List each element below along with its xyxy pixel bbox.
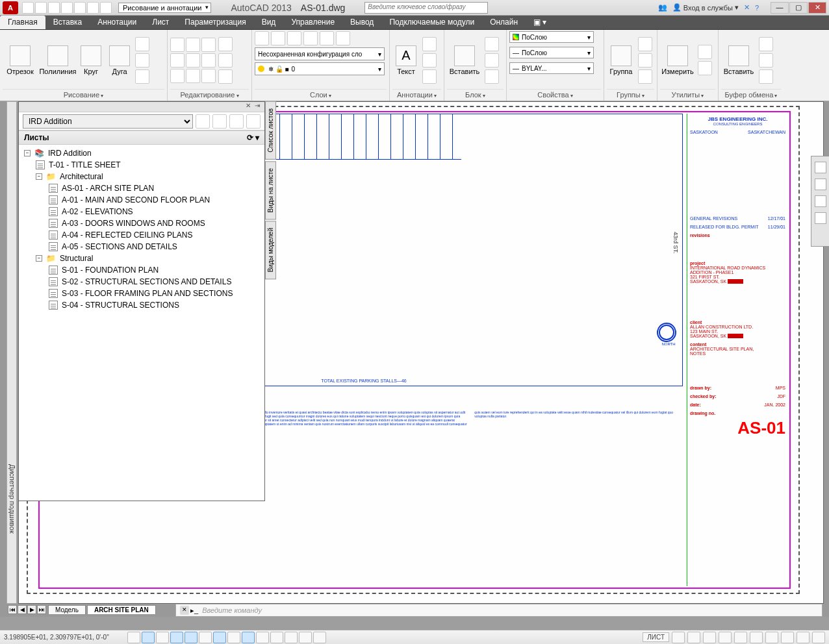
cut-icon[interactable] xyxy=(759,37,773,51)
sheet-a05[interactable]: A-05 - SECTIONS AND DETAILS xyxy=(23,241,261,253)
tab-home[interactable]: Главная xyxy=(0,16,45,29)
offset-icon[interactable] xyxy=(218,69,233,84)
erase-icon[interactable] xyxy=(218,37,233,51)
annoscale-icon[interactable] xyxy=(703,632,716,643)
layout-prev-icon[interactable]: ◀ xyxy=(18,605,27,614)
tab-annotate[interactable]: Аннотации xyxy=(90,16,144,29)
ssm-palette-title[interactable]: Диспетчер подшивок xyxy=(6,101,17,604)
ssm-close-icon[interactable]: ✕ xyxy=(244,102,253,112)
quickcalc-icon[interactable] xyxy=(698,61,712,75)
subset-structural[interactable]: −📁 Structural xyxy=(23,253,261,264)
qat-open-icon[interactable] xyxy=(35,2,47,14)
dyn-toggle[interactable] xyxy=(242,632,255,643)
layout-last-icon[interactable]: ⏭ xyxy=(37,605,46,614)
sheet-a02[interactable]: A-02 - ELEVATIONS xyxy=(23,206,261,217)
tab-output[interactable]: Вывод xyxy=(342,16,381,29)
panel-clip-title[interactable]: Буфер обмена xyxy=(721,89,781,101)
tab-plugins[interactable]: Подключаемые модули xyxy=(381,16,482,29)
snap-toggle[interactable] xyxy=(127,632,140,643)
pan-icon[interactable] xyxy=(815,179,826,190)
layer-lock-icon[interactable] xyxy=(303,31,318,45)
sheet-s03[interactable]: S-03 - FLOOR FRAMING PLAN AND SECTIONS xyxy=(23,288,261,299)
toolbar-lock-icon[interactable] xyxy=(765,632,778,643)
fillet-icon[interactable] xyxy=(201,53,216,68)
tab-parametric[interactable]: Параметризация xyxy=(177,16,253,29)
expand-icon[interactable]: − xyxy=(36,173,42,180)
ortho-toggle[interactable] xyxy=(156,632,169,643)
hardware-accel-icon[interactable] xyxy=(781,632,794,643)
panel-modify-title[interactable]: Редактирование xyxy=(170,89,249,101)
qat-save-icon[interactable] xyxy=(48,2,60,14)
polyline-button[interactable]: Полилиния xyxy=(40,45,75,75)
autoscale-icon[interactable] xyxy=(734,632,747,643)
layer-state-dropdown[interactable]: Несохраненная конфигурация сло▾ xyxy=(255,47,385,60)
copy-icon[interactable] xyxy=(170,53,185,68)
layer-off-icon[interactable] xyxy=(271,31,285,45)
sheet-a03[interactable]: A-03 - DOORS WINDOWS AND ROOMS xyxy=(23,217,261,229)
modelspace-button[interactable]: ЛИСТ xyxy=(643,632,669,642)
sheet-s02[interactable]: S-02 - STRUCTURAL SECTIONS AND DETAILS xyxy=(23,276,261,288)
tab-online[interactable]: Онлайн xyxy=(482,16,526,29)
dim-linear-icon[interactable] xyxy=(422,37,437,51)
isolate-icon[interactable] xyxy=(797,632,810,643)
hatch-icon[interactable] xyxy=(135,53,149,68)
help-icon[interactable]: ? xyxy=(755,4,759,12)
copy-clip-icon[interactable] xyxy=(759,53,773,68)
sheet-as01[interactable]: AS-01 - ARCH SITE PLAN xyxy=(23,182,261,194)
ssm-selection-icon[interactable] xyxy=(229,114,244,129)
explode-icon[interactable] xyxy=(218,53,233,68)
cmd-recent-icon[interactable]: ▸_ xyxy=(190,606,198,615)
qat-saveas-icon[interactable] xyxy=(61,2,73,14)
ssm-autohide-icon[interactable]: ⇥ xyxy=(253,102,262,112)
panel-layers-title[interactable]: Слои xyxy=(255,89,387,101)
move-icon[interactable] xyxy=(170,38,185,52)
tab-layout[interactable]: Лист xyxy=(144,16,177,29)
line-button[interactable]: Отрезок xyxy=(3,45,38,75)
table-icon[interactable] xyxy=(422,69,437,84)
panel-groups-title[interactable]: Группы xyxy=(607,89,654,101)
tab-insert[interactable]: Вставка xyxy=(45,16,90,29)
sheet-t01[interactable]: T-01 - TITLE SHEET xyxy=(23,159,261,171)
panel-annot-title[interactable]: Аннотации xyxy=(392,89,441,101)
coordinates[interactable]: 3.198905E+01, 2.309797E+01, 0'-0" xyxy=(4,634,127,641)
sheet-s04[interactable]: S-04 - STRUCTURAL SECTIONS xyxy=(23,299,261,311)
quickview-layouts-icon[interactable] xyxy=(672,632,685,643)
sheet-a01[interactable]: A-01 - MAIN AND SECOND FLOOR PLAN xyxy=(23,194,261,206)
otrack-toggle[interactable] xyxy=(213,632,226,643)
tab-manage[interactable]: Управление xyxy=(283,16,342,29)
block-edit-icon[interactable] xyxy=(485,53,499,68)
leader-icon[interactable] xyxy=(422,53,437,68)
panel-block-title[interactable]: Блок xyxy=(447,89,504,101)
rotate-icon[interactable] xyxy=(186,38,200,52)
circle-button[interactable]: Круг xyxy=(78,45,104,75)
block-attr-icon[interactable] xyxy=(485,69,499,84)
qat-plot-icon[interactable] xyxy=(74,2,86,14)
osnap-toggle[interactable] xyxy=(185,632,198,643)
layer-freeze-icon[interactable] xyxy=(287,31,301,45)
grid-toggle[interactable] xyxy=(142,632,155,643)
layout-first-icon[interactable]: ⏮ xyxy=(8,605,17,614)
tpy-toggle[interactable] xyxy=(270,632,283,643)
maximize-button[interactable]: ▢ xyxy=(789,2,808,14)
ducs-toggle[interactable] xyxy=(227,632,240,643)
cmd-close-icon[interactable]: ✕ xyxy=(180,606,189,615)
command-line[interactable]: ✕ ▸_ Введите команду xyxy=(175,604,823,617)
search-input[interactable] xyxy=(365,3,487,11)
color-dropdown[interactable]: ПоСлою▾ xyxy=(509,31,594,43)
polar-toggle[interactable] xyxy=(170,632,183,643)
group-select-icon[interactable] xyxy=(638,69,652,84)
layout-next-icon[interactable]: ▶ xyxy=(27,605,36,614)
minimize-button[interactable]: — xyxy=(771,2,789,14)
paste-button[interactable]: Вставить xyxy=(721,45,756,75)
cleanscreen-icon[interactable] xyxy=(812,632,825,643)
sheet-s01[interactable]: S-01 - FOUNDATION PLAN xyxy=(23,264,261,276)
scale-icon[interactable] xyxy=(186,69,200,83)
vtab-sheet-views[interactable]: Виды на листе xyxy=(265,161,276,219)
rectangle-icon[interactable] xyxy=(135,37,149,51)
ellipse-icon[interactable] xyxy=(135,69,149,84)
sheet-a04[interactable]: A-04 - REFLECTED CEILING PLANS xyxy=(23,229,261,241)
qat-redo-icon[interactable] xyxy=(100,2,112,14)
am-toggle[interactable] xyxy=(313,632,326,643)
lwt-toggle[interactable] xyxy=(256,632,269,643)
matchprop-icon[interactable] xyxy=(759,69,773,84)
